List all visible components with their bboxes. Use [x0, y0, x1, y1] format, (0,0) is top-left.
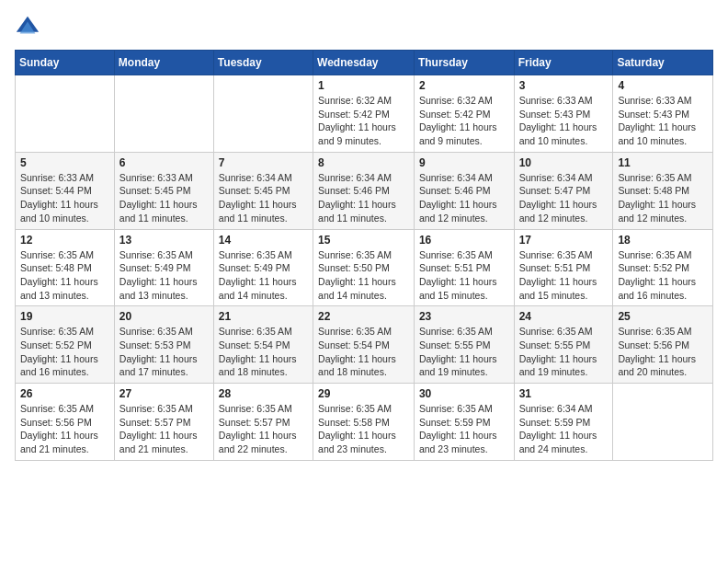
column-header-wednesday: Wednesday: [313, 51, 415, 75]
column-header-sunday: Sunday: [16, 51, 115, 75]
day-detail: Sunrise: 6:35 AMSunset: 5:48 PMDaylight:…: [20, 248, 109, 303]
day-detail: Sunrise: 6:33 AMSunset: 5:43 PMDaylight:…: [519, 94, 609, 148]
day-detail: Sunrise: 6:35 AMSunset: 5:59 PMDaylight:…: [419, 402, 509, 456]
day-number: 2: [419, 79, 509, 92]
day-number: 9: [419, 156, 509, 169]
calendar-cell: [114, 75, 213, 153]
calendar-cell: 9Sunrise: 6:34 AMSunset: 5:46 PMDaylight…: [414, 152, 514, 229]
day-detail: Sunrise: 6:33 AMSunset: 5:43 PMDaylight:…: [618, 94, 708, 148]
calendar-cell: 11Sunrise: 6:35 AMSunset: 5:48 PMDayligh…: [613, 152, 713, 229]
day-detail: Sunrise: 6:35 AMSunset: 5:56 PMDaylight:…: [618, 325, 708, 379]
calendar-week-row: 26Sunrise: 6:35 AMSunset: 5:56 PMDayligh…: [16, 384, 713, 461]
day-detail: Sunrise: 6:35 AMSunset: 5:51 PMDaylight:…: [419, 248, 509, 303]
day-detail: Sunrise: 6:32 AMSunset: 5:42 PMDaylight:…: [419, 94, 509, 148]
day-number: 1: [318, 79, 409, 92]
calendar-week-row: 1Sunrise: 6:32 AMSunset: 5:42 PMDaylight…: [16, 75, 713, 153]
calendar-cell: [16, 75, 115, 153]
logo-icon: [15, 15, 40, 40]
calendar-cell: 23Sunrise: 6:35 AMSunset: 5:55 PMDayligh…: [414, 306, 514, 384]
calendar-cell: 16Sunrise: 6:35 AMSunset: 5:51 PMDayligh…: [414, 229, 514, 306]
day-number: 8: [318, 156, 409, 169]
day-detail: Sunrise: 6:35 AMSunset: 5:52 PMDaylight:…: [618, 248, 708, 303]
column-header-thursday: Thursday: [414, 51, 514, 75]
day-number: 21: [219, 310, 308, 323]
day-detail: Sunrise: 6:34 AMSunset: 5:46 PMDaylight:…: [419, 171, 509, 225]
calendar-cell: 3Sunrise: 6:33 AMSunset: 5:43 PMDaylight…: [514, 75, 613, 153]
day-detail: Sunrise: 6:35 AMSunset: 5:51 PMDaylight:…: [519, 248, 609, 303]
calendar-table: SundayMondayTuesdayWednesdayThursdayFrid…: [15, 50, 713, 461]
calendar-cell: 5Sunrise: 6:33 AMSunset: 5:44 PMDaylight…: [16, 152, 115, 229]
day-detail: Sunrise: 6:34 AMSunset: 5:46 PMDaylight:…: [318, 171, 409, 225]
day-number: 17: [519, 234, 609, 247]
day-number: 22: [318, 310, 409, 323]
calendar-cell: 7Sunrise: 6:34 AMSunset: 5:45 PMDaylight…: [213, 152, 313, 229]
day-number: 31: [519, 387, 609, 400]
day-number: 11: [618, 156, 708, 169]
calendar-cell: 10Sunrise: 6:34 AMSunset: 5:47 PMDayligh…: [514, 152, 613, 229]
calendar-cell: 21Sunrise: 6:35 AMSunset: 5:54 PMDayligh…: [213, 306, 313, 384]
calendar-cell: 4Sunrise: 6:33 AMSunset: 5:43 PMDaylight…: [613, 75, 713, 153]
day-number: 12: [20, 234, 109, 247]
calendar-week-row: 5Sunrise: 6:33 AMSunset: 5:44 PMDaylight…: [16, 152, 713, 229]
day-number: 5: [20, 156, 109, 169]
day-detail: Sunrise: 6:34 AMSunset: 5:45 PMDaylight:…: [219, 171, 308, 225]
column-header-monday: Monday: [114, 51, 213, 75]
calendar-week-row: 19Sunrise: 6:35 AMSunset: 5:52 PMDayligh…: [16, 306, 713, 384]
day-number: 27: [119, 387, 209, 400]
calendar-cell: 20Sunrise: 6:35 AMSunset: 5:53 PMDayligh…: [114, 306, 213, 384]
day-number: 7: [219, 156, 308, 169]
column-header-saturday: Saturday: [613, 51, 713, 75]
calendar-week-row: 12Sunrise: 6:35 AMSunset: 5:48 PMDayligh…: [16, 229, 713, 306]
day-detail: Sunrise: 6:35 AMSunset: 5:53 PMDaylight:…: [119, 325, 209, 379]
day-detail: Sunrise: 6:34 AMSunset: 5:59 PMDaylight:…: [519, 402, 609, 456]
day-detail: Sunrise: 6:35 AMSunset: 5:58 PMDaylight:…: [318, 402, 409, 456]
day-number: 29: [318, 387, 409, 400]
day-number: 14: [219, 234, 308, 247]
calendar-cell: 26Sunrise: 6:35 AMSunset: 5:56 PMDayligh…: [16, 384, 115, 461]
calendar-cell: 14Sunrise: 6:35 AMSunset: 5:49 PMDayligh…: [213, 229, 313, 306]
calendar-cell: 30Sunrise: 6:35 AMSunset: 5:59 PMDayligh…: [414, 384, 514, 461]
day-detail: Sunrise: 6:35 AMSunset: 5:52 PMDaylight:…: [20, 325, 109, 379]
day-number: 19: [20, 310, 109, 323]
calendar-cell: 17Sunrise: 6:35 AMSunset: 5:51 PMDayligh…: [514, 229, 613, 306]
day-number: 23: [419, 310, 509, 323]
day-detail: Sunrise: 6:35 AMSunset: 5:48 PMDaylight:…: [618, 171, 708, 225]
calendar-cell: 31Sunrise: 6:34 AMSunset: 5:59 PMDayligh…: [514, 384, 613, 461]
day-detail: Sunrise: 6:35 AMSunset: 5:49 PMDaylight:…: [219, 248, 308, 303]
day-detail: Sunrise: 6:32 AMSunset: 5:42 PMDaylight:…: [318, 94, 409, 148]
day-detail: Sunrise: 6:35 AMSunset: 5:55 PMDaylight:…: [419, 325, 509, 379]
day-detail: Sunrise: 6:35 AMSunset: 5:49 PMDaylight:…: [119, 248, 209, 303]
day-number: 18: [618, 234, 708, 247]
column-header-friday: Friday: [514, 51, 613, 75]
day-detail: Sunrise: 6:35 AMSunset: 5:54 PMDaylight:…: [219, 325, 308, 379]
calendar-cell: [213, 75, 313, 153]
logo: [15, 15, 44, 40]
calendar-cell: 18Sunrise: 6:35 AMSunset: 5:52 PMDayligh…: [613, 229, 713, 306]
day-number: 28: [219, 387, 308, 400]
day-number: 6: [119, 156, 209, 169]
day-detail: Sunrise: 6:35 AMSunset: 5:57 PMDaylight:…: [119, 402, 209, 456]
day-number: 10: [519, 156, 609, 169]
calendar-cell: 24Sunrise: 6:35 AMSunset: 5:55 PMDayligh…: [514, 306, 613, 384]
calendar-header-row: SundayMondayTuesdayWednesdayThursdayFrid…: [16, 51, 713, 75]
calendar-cell: 2Sunrise: 6:32 AMSunset: 5:42 PMDaylight…: [414, 75, 514, 153]
day-detail: Sunrise: 6:35 AMSunset: 5:57 PMDaylight:…: [219, 402, 308, 456]
calendar-cell: 12Sunrise: 6:35 AMSunset: 5:48 PMDayligh…: [16, 229, 115, 306]
calendar-cell: 27Sunrise: 6:35 AMSunset: 5:57 PMDayligh…: [114, 384, 213, 461]
day-number: 20: [119, 310, 209, 323]
day-number: 13: [119, 234, 209, 247]
calendar-cell: 6Sunrise: 6:33 AMSunset: 5:45 PMDaylight…: [114, 152, 213, 229]
calendar-cell: 19Sunrise: 6:35 AMSunset: 5:52 PMDayligh…: [16, 306, 115, 384]
calendar-cell: 15Sunrise: 6:35 AMSunset: 5:50 PMDayligh…: [313, 229, 415, 306]
day-detail: Sunrise: 6:33 AMSunset: 5:45 PMDaylight:…: [119, 171, 209, 225]
calendar-cell: 28Sunrise: 6:35 AMSunset: 5:57 PMDayligh…: [213, 384, 313, 461]
day-number: 4: [618, 79, 708, 92]
calendar-cell: 29Sunrise: 6:35 AMSunset: 5:58 PMDayligh…: [313, 384, 415, 461]
day-detail: Sunrise: 6:35 AMSunset: 5:56 PMDaylight:…: [20, 402, 109, 456]
calendar-cell: 22Sunrise: 6:35 AMSunset: 5:54 PMDayligh…: [313, 306, 415, 384]
day-detail: Sunrise: 6:35 AMSunset: 5:54 PMDaylight:…: [318, 325, 409, 379]
column-header-tuesday: Tuesday: [213, 51, 313, 75]
day-detail: Sunrise: 6:34 AMSunset: 5:47 PMDaylight:…: [519, 171, 609, 225]
day-number: 30: [419, 387, 509, 400]
calendar-cell: 13Sunrise: 6:35 AMSunset: 5:49 PMDayligh…: [114, 229, 213, 306]
